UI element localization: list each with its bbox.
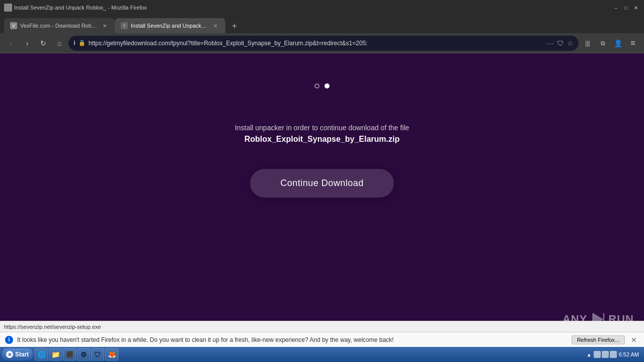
address-options-button[interactable]: ··· — [546, 39, 554, 47]
nav-right-icons: ||| ⧉ 👤 ≡ — [581, 36, 640, 50]
profile-icon[interactable]: 👤 — [611, 36, 625, 50]
taskbar-folder-icon[interactable]: 📁 — [49, 348, 62, 360]
address-bar[interactable]: ℹ 🔒 https://getmyfiledownload.com/tpynul… — [68, 36, 579, 51]
title-bar-left: Install SevenZip and Unpack Roblox_ - Mo… — [4, 4, 147, 12]
tab-install[interactable]: I Install SevenZip and Unpack Roblox_E ✕ — [115, 18, 225, 33]
tray-icon-1 — [594, 351, 601, 358]
taskbar-right: ▲ 6:52 AM — [584, 351, 642, 358]
dots-indicator — [314, 83, 330, 88]
start-icon: ⊞ — [6, 351, 13, 358]
forward-button[interactable]: › — [20, 36, 34, 50]
taskbar-chrome-icon[interactable]: ⚙ — [77, 348, 90, 360]
nav-bar: ‹ › ↻ ⌂ ℹ 🔒 https://getmyfiledownload.co… — [0, 33, 644, 53]
browser-title: Install SevenZip and Unpack Roblox_ - Mo… — [14, 5, 147, 11]
info-icon: ℹ — [73, 40, 75, 46]
tray-icon-2 — [602, 351, 609, 358]
start-label: Start — [15, 351, 29, 358]
tab-close-2[interactable]: ✕ — [211, 22, 219, 30]
refresh-firefox-button[interactable]: Refresh Firefox... — [572, 335, 625, 344]
notification-close-button[interactable]: ✕ — [629, 336, 639, 344]
bookmark-star-icon[interactable]: ☆ — [567, 39, 574, 47]
status-bar: https://sevenzip.net/sevenzip-setup.exe — [0, 321, 644, 332]
taskbar-cmd-icon[interactable]: ⬛ — [63, 348, 76, 360]
continue-download-button[interactable]: Continue Download — [250, 169, 394, 198]
refresh-button[interactable]: ↻ — [36, 36, 50, 50]
sidebar-icon[interactable]: ||| — [581, 36, 595, 50]
install-instruction-text: Install unpacker in order to continue do… — [235, 124, 409, 132]
maximize-button[interactable]: □ — [622, 4, 630, 12]
taskbar-ie-icon[interactable]: 🌐 — [35, 348, 48, 360]
notification-bar: i It looks like you haven't started Fire… — [0, 332, 644, 347]
taskbar-clock: 6:52 AM — [619, 351, 639, 357]
tab-close-1[interactable]: ✕ — [101, 22, 109, 30]
title-bar: Install SevenZip and Unpack Roblox_ - Mo… — [0, 0, 644, 15]
filename-text: Roblox_Exploit_Synapse_by_Elarum.zip — [245, 135, 400, 144]
address-text: https://getmyfiledownload.com/tpynul?tit… — [89, 40, 543, 47]
shield-icon[interactable]: 🛡 — [557, 39, 564, 47]
start-button[interactable]: ⊞ Start — [2, 348, 33, 360]
tab-favicon-2: I — [121, 22, 128, 29]
status-url: https://sevenzip.net/sevenzip-setup.exe — [4, 324, 640, 330]
dot-1 — [314, 83, 319, 88]
system-tray-icons — [594, 351, 617, 358]
minimize-button[interactable]: – — [612, 4, 620, 12]
notification-message: It looks like you haven't started Firefo… — [17, 336, 568, 343]
home-button[interactable]: ⌂ — [52, 36, 66, 50]
back-button[interactable]: ‹ — [4, 36, 18, 50]
browser-favicon — [4, 4, 12, 12]
browser-window: Install SevenZip and Unpack Roblox_ - Mo… — [0, 0, 644, 332]
tab-bar: V VexFile.com - Download Roblox E ✕ I In… — [0, 15, 644, 33]
taskbar-shield-icon[interactable]: 🛡 — [91, 348, 104, 360]
taskbar-firefox-icon[interactable]: 🦊 — [105, 348, 118, 360]
window-controls: – □ ✕ — [612, 4, 640, 12]
lock-icon: 🔒 — [78, 40, 86, 46]
new-tab-button[interactable]: + — [227, 19, 242, 33]
tab-favicon-1: V — [10, 22, 17, 29]
tray-icon-3 — [610, 351, 617, 358]
close-button[interactable]: ✕ — [632, 4, 640, 12]
tab-label-2: Install SevenZip and Unpack Roblox_E — [131, 23, 208, 29]
menu-icon[interactable]: ≡ — [626, 36, 640, 50]
show-hidden-icons-button[interactable]: ▲ — [587, 352, 592, 357]
layout-icon[interactable]: ⧉ — [596, 36, 610, 50]
tab-label-1: VexFile.com - Download Roblox E — [20, 23, 98, 29]
taskbar-apps: 🌐 📁 ⬛ ⚙ 🛡 🦊 — [35, 348, 583, 360]
taskbar: ⊞ Start 🌐 📁 ⬛ ⚙ 🛡 🦊 ▲ — [0, 347, 644, 362]
dot-2 — [325, 83, 330, 88]
tab-vexfile[interactable]: V VexFile.com - Download Roblox E ✕ — [4, 18, 115, 33]
page-content: Install unpacker in order to continue do… — [0, 53, 644, 332]
notification-icon: i — [5, 336, 13, 344]
